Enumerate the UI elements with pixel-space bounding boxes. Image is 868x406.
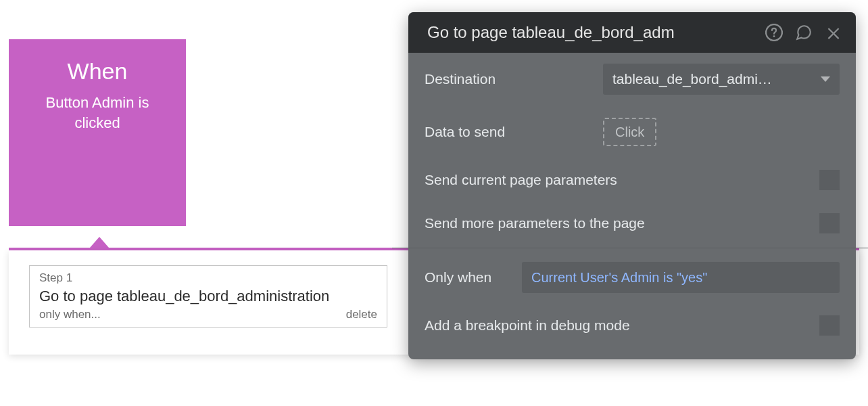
help-icon[interactable] — [765, 24, 783, 41]
destination-value: tableau_de_bord_admi… — [612, 71, 772, 87]
action-property-panel: Go to page tableau_de_bord_adm Destinati… — [408, 12, 856, 359]
data-to-send-placeholder: Click — [615, 125, 644, 140]
step-only-when-link[interactable]: only when... — [39, 308, 101, 321]
destination-dropdown[interactable]: tableau_de_bord_admi… — [603, 64, 840, 95]
only-when-row: Only when Current User's Admin is "yes" — [425, 251, 840, 304]
svg-point-1 — [773, 35, 775, 37]
send-more-params-row: Send more parameters to the page — [425, 202, 840, 245]
close-icon[interactable] — [825, 24, 842, 41]
when-event-block[interactable]: When Button Admin is clicked — [9, 39, 186, 226]
send-current-params-row: Send current page parameters — [425, 158, 840, 202]
destination-label: Destination — [425, 71, 592, 87]
breakpoint-label: Add a breakpoint in debug mode — [425, 317, 809, 334]
panel-header[interactable]: Go to page tableau_de_bord_adm — [408, 12, 856, 53]
when-description: Button Admin is clicked — [9, 93, 186, 133]
when-title: When — [9, 58, 186, 85]
destination-row: Destination tableau_de_bord_admi… — [425, 53, 840, 106]
comment-icon[interactable] — [795, 24, 813, 41]
panel-title: Go to page tableau_de_bord_adm — [427, 23, 675, 42]
chevron-down-icon — [821, 76, 830, 82]
send-current-params-checkbox[interactable] — [819, 170, 840, 190]
only-when-expression: Current User's Admin is "yes" — [531, 270, 707, 286]
only-when-expression-input[interactable]: Current User's Admin is "yes" — [522, 262, 840, 293]
data-to-send-row: Data to send Click — [425, 106, 840, 158]
data-to-send-input[interactable]: Click — [603, 118, 656, 146]
send-more-params-checkbox[interactable] — [819, 213, 840, 233]
breakpoint-row: Add a breakpoint in debug mode — [425, 304, 840, 347]
send-more-params-label: Send more parameters to the page — [425, 215, 809, 231]
connector-arrow-icon — [90, 237, 109, 248]
send-current-params-label: Send current page parameters — [425, 172, 809, 188]
workflow-step-card[interactable]: Step 1 Go to page tableau_de_bord_admini… — [29, 265, 387, 328]
breakpoint-checkbox[interactable] — [819, 315, 840, 336]
data-to-send-label: Data to send — [425, 124, 592, 140]
only-when-label: Only when — [425, 269, 511, 286]
panel-divider — [392, 248, 868, 248]
step-delete-link[interactable]: delete — [346, 308, 377, 321]
step-action-title: Go to page tableau_de_bord_administratio… — [39, 288, 377, 305]
step-number-label: Step 1 — [39, 271, 377, 285]
